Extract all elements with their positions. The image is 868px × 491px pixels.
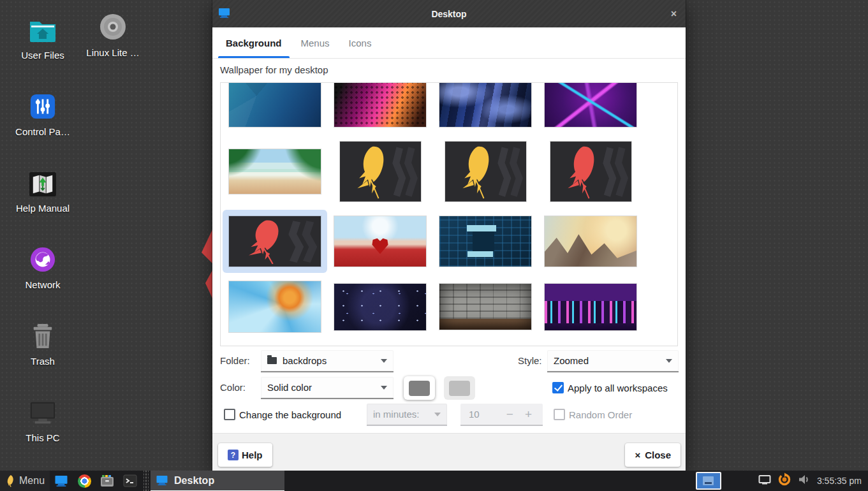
folder-icon	[267, 357, 277, 364]
color-swatch-light-gray	[449, 381, 470, 396]
folder-label: Folder:	[220, 355, 250, 366]
wallpaper-thumbnail-red-feather-selected[interactable]	[229, 216, 321, 267]
minutes-spinbox[interactable]: 10 − +	[460, 404, 543, 426]
change-background-checkbox[interactable]	[224, 409, 235, 420]
terminal-icon	[123, 474, 137, 487]
launcher-chrome[interactable]	[76, 471, 92, 491]
tray-updates-icon[interactable]	[777, 473, 791, 489]
wallpaper-cell	[439, 142, 531, 202]
color-swatch-primary[interactable]	[404, 376, 435, 400]
spin-increment-button[interactable]: +	[522, 407, 534, 421]
close-button[interactable]: × Close	[625, 443, 680, 467]
desktop-icon-trash[interactable]: Trash	[7, 323, 78, 367]
desktop-icon-network[interactable]: Network	[7, 246, 78, 290]
wallpaper-thumbnail-heart-hands[interactable]	[334, 216, 426, 267]
wallpaper-cell	[229, 82, 321, 127]
folder-value: backdrops	[283, 355, 327, 366]
desktop-root: { "desktop": { "icons": [ { "name": "use…	[0, 0, 868, 491]
desktop-icon-label: User Files	[7, 50, 78, 61]
tray-display-icon[interactable]	[758, 474, 771, 488]
window-app-icon	[218, 8, 230, 21]
wallpaper-thumbnail-blue-orange-abstract[interactable]	[229, 281, 321, 332]
wallpaper-cell	[334, 142, 426, 202]
launcher-file-manager[interactable]	[99, 471, 115, 491]
wallpaper-thumbnail-red-feather[interactable]	[550, 142, 631, 202]
taskbar-separator	[143, 471, 149, 491]
menu-button-label: Menu	[19, 475, 45, 487]
desktop-icon-label: Trash	[7, 356, 78, 367]
random-order-label: Random Order	[569, 409, 632, 420]
menu-button[interactable]: Menu	[0, 471, 50, 491]
taskbar-task-desktop[interactable]: Desktop	[151, 471, 284, 491]
wallpaper-cell	[334, 284, 426, 330]
desktop-icon-help-manual[interactable]: Help Manual	[7, 170, 78, 214]
wallpaper-cell	[334, 82, 426, 127]
chrome-icon	[78, 474, 91, 488]
wallpaper-thumbnail-constellation[interactable]	[334, 284, 426, 330]
task-label: Desktop	[174, 475, 214, 487]
wallpaper-row	[221, 216, 677, 267]
workspace-window-preview	[703, 476, 714, 485]
window-close-button[interactable]: ×	[671, 0, 677, 27]
wallpaper-thumbnail-blue-keyboard[interactable]	[439, 82, 531, 127]
desktop-icon-linux-lite[interactable]: Linux Lite …	[77, 14, 149, 58]
wallpaper-cell	[545, 284, 636, 330]
dialog-footer: ? Help × Close	[212, 433, 686, 471]
wallpaper-thumbnail-beach-palms[interactable]	[229, 149, 321, 194]
wallpaper-thumbnail-pink-honeycomb[interactable]	[334, 82, 426, 127]
tab-menus[interactable]: Menus	[300, 27, 331, 58]
wallpaper-thumbnail-yellow-feather[interactable]	[340, 142, 421, 202]
wallpaper-cell	[439, 284, 531, 330]
cd-disc-icon	[77, 14, 149, 41]
random-order-checkbox[interactable]	[554, 409, 565, 420]
tab-background[interactable]: Background	[224, 27, 283, 58]
launcher-terminal[interactable]	[122, 471, 138, 491]
chevron-down-icon	[381, 386, 387, 390]
minutes-dropdown[interactable]: in minutes:	[367, 404, 447, 426]
chevron-down-icon	[666, 359, 672, 363]
wallpaper-thumbnail-blue-abstract[interactable]	[229, 82, 321, 127]
wallpaper-thumbnail-yellow-feather-2[interactable]	[445, 142, 526, 202]
desktop-icon-user-files[interactable]: User Files	[7, 17, 78, 61]
folder-dropdown[interactable]: backdrops	[261, 350, 394, 372]
wallpaper-thumbnail-brick-wall[interactable]	[439, 284, 531, 330]
tray-volume-icon[interactable]	[798, 474, 811, 488]
desktop-icon-control-panel[interactable]: Control Pa…	[7, 93, 78, 137]
system-tray	[758, 473, 811, 489]
user-files-folder-icon	[7, 17, 78, 43]
taskbar-clock: 3:55:35 pm	[817, 476, 868, 486]
wallpaper-thumbnail-circuit-board[interactable]	[439, 216, 531, 267]
desktop-icon-label: Network	[7, 279, 78, 290]
tab-icons[interactable]: Icons	[348, 27, 373, 58]
wallpaper-thumbnail-neon-triangle[interactable]	[545, 82, 636, 127]
desktop-settings-window: Desktop × Background Menus Icons Wallpap…	[212, 0, 686, 471]
wallpaper-row	[221, 82, 677, 127]
wallpaper-cell	[545, 142, 636, 202]
workspace-switcher[interactable]	[696, 472, 721, 490]
section-header: Wallpaper for my desktop	[220, 64, 328, 75]
color-dropdown[interactable]: Solid color	[261, 377, 394, 399]
help-manual-map-icon	[7, 170, 78, 196]
desktop-icon-label: This PC	[7, 432, 78, 443]
wallpaper-thumbnail-city-skyline[interactable]	[545, 284, 636, 330]
wallpaper-thumbnail-mountains-sunset[interactable]	[545, 216, 636, 267]
wallpaper-cell	[545, 216, 636, 267]
color-label: Color:	[220, 382, 246, 393]
desktop-icon-this-pc[interactable]: This PC	[7, 399, 78, 443]
network-globe-icon	[7, 246, 78, 273]
style-value: Zoomed	[554, 355, 589, 366]
color-swatch-secondary[interactable]	[444, 376, 475, 400]
spin-decrement-button[interactable]: −	[504, 407, 516, 421]
help-button[interactable]: ? Help	[218, 443, 272, 467]
window-titlebar[interactable]: Desktop ×	[212, 0, 686, 27]
launcher-show-desktop[interactable]	[53, 471, 70, 491]
desktop-monitor-icon	[54, 475, 68, 487]
desktop-icon-label: Linux Lite …	[77, 47, 149, 58]
wallpaper-cell	[439, 82, 531, 127]
apply-to-all-workspaces-checkbox[interactable]	[552, 382, 564, 393]
style-dropdown[interactable]: Zoomed	[547, 350, 679, 372]
trash-can-icon	[7, 323, 78, 349]
question-mark-icon: ?	[228, 450, 239, 460]
selected-wallpaper-highlight	[223, 210, 327, 273]
minutes-value: 10	[469, 409, 504, 420]
